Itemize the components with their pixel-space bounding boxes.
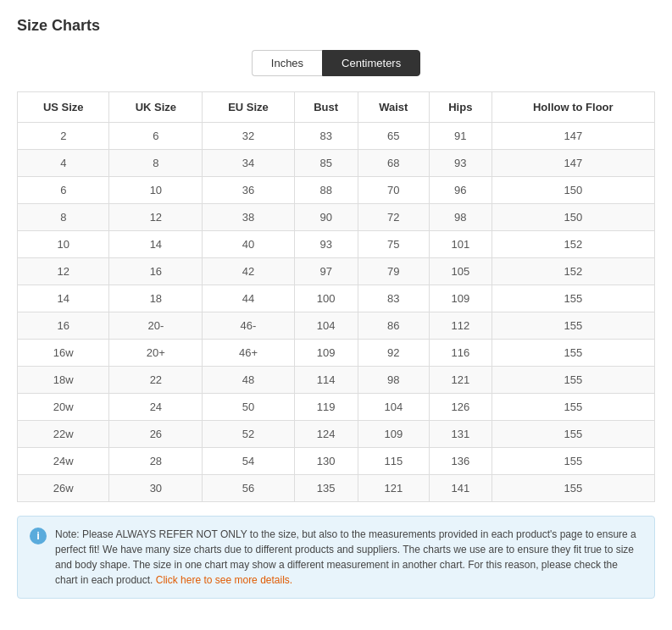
table-cell: 86 (358, 312, 429, 340)
table-cell: 48 (203, 367, 294, 394)
inches-toggle[interactable]: Inches (252, 50, 322, 76)
table-cell: 46- (203, 312, 294, 340)
column-header: Waist (358, 92, 429, 123)
column-header: US Size (18, 92, 109, 123)
table-cell: 85 (294, 150, 358, 177)
table-row: 1620-46-10486112155 (18, 312, 655, 340)
table-cell: 10 (109, 177, 203, 204)
table-cell: 155 (492, 285, 654, 312)
table-cell: 72 (358, 204, 429, 231)
table-row: 18w224811498121155 (18, 367, 655, 394)
table-cell: 147 (492, 150, 654, 177)
table-row: 26w3056135121141155 (18, 475, 655, 502)
table-row: 4834856893147 (18, 150, 655, 177)
table-cell: 8 (109, 150, 203, 177)
table-cell: 24w (18, 448, 109, 475)
table-cell: 119 (294, 394, 358, 421)
table-cell: 155 (492, 340, 654, 367)
table-row: 2632836591147 (18, 123, 655, 150)
table-cell: 96 (429, 177, 492, 204)
table-row: 20w2450119104126155 (18, 394, 655, 421)
table-cell: 155 (492, 421, 654, 448)
table-cell: 70 (358, 177, 429, 204)
table-cell: 147 (492, 123, 654, 150)
table-cell: 152 (492, 258, 654, 285)
column-header: EU Size (203, 92, 294, 123)
table-cell: 30 (109, 475, 203, 502)
table-cell: 112 (429, 312, 492, 340)
table-cell: 20+ (109, 340, 203, 367)
table-cell: 101 (429, 231, 492, 258)
table-cell: 130 (294, 448, 358, 475)
table-cell: 4 (18, 150, 109, 177)
table-cell: 150 (492, 204, 654, 231)
table-cell: 2 (18, 123, 109, 150)
table-cell: 152 (492, 231, 654, 258)
table-cell: 40 (203, 231, 294, 258)
table-cell: 22 (109, 367, 203, 394)
table-cell: 34 (203, 150, 294, 177)
table-cell: 121 (358, 475, 429, 502)
table-cell: 109 (294, 340, 358, 367)
table-cell: 141 (429, 475, 492, 502)
note-box: i Note: Please ALWAYS REFER NOT ONLY to … (17, 516, 655, 599)
table-cell: 135 (294, 475, 358, 502)
table-cell: 131 (429, 421, 492, 448)
table-cell: 92 (358, 340, 429, 367)
table-cell: 104 (294, 312, 358, 340)
table-cell: 14 (109, 231, 203, 258)
centimeters-toggle[interactable]: Centimeters (322, 50, 420, 76)
table-cell: 28 (109, 448, 203, 475)
table-cell: 91 (429, 123, 492, 150)
table-cell: 52 (203, 421, 294, 448)
table-cell: 83 (294, 123, 358, 150)
table-cell: 14 (18, 285, 109, 312)
table-cell: 121 (429, 367, 492, 394)
info-icon: i (30, 528, 47, 544)
table-cell: 54 (203, 448, 294, 475)
table-row: 16w20+46+10992116155 (18, 340, 655, 367)
table-cell: 16w (18, 340, 109, 367)
column-header: Bust (294, 92, 358, 123)
table-cell: 44 (203, 285, 294, 312)
table-cell: 38 (203, 204, 294, 231)
table-cell: 126 (429, 394, 492, 421)
table-row: 1216429779105152 (18, 258, 655, 285)
table-cell: 32 (203, 123, 294, 150)
note-link[interactable]: Click here to see more details. (156, 574, 292, 586)
table-cell: 20w (18, 394, 109, 421)
table-cell: 75 (358, 231, 429, 258)
table-cell: 16 (109, 258, 203, 285)
table-cell: 18w (18, 367, 109, 394)
table-cell: 100 (294, 285, 358, 312)
table-cell: 16 (18, 312, 109, 340)
table-cell: 124 (294, 421, 358, 448)
table-row: 24w2854130115136155 (18, 448, 655, 475)
table-cell: 98 (358, 367, 429, 394)
table-cell: 36 (203, 177, 294, 204)
table-cell: 88 (294, 177, 358, 204)
table-row: 1014409375101152 (18, 231, 655, 258)
table-cell: 155 (492, 448, 654, 475)
column-header: UK Size (109, 92, 203, 123)
table-cell: 115 (358, 448, 429, 475)
table-cell: 8 (18, 204, 109, 231)
table-cell: 26w (18, 475, 109, 502)
table-cell: 155 (492, 312, 654, 340)
table-cell: 6 (109, 123, 203, 150)
table-cell: 109 (358, 421, 429, 448)
table-cell: 26 (109, 421, 203, 448)
table-cell: 150 (492, 177, 654, 204)
unit-toggle-group: Inches Centimeters (17, 50, 655, 76)
table-header-row: US SizeUK SizeEU SizeBustWaistHipsHollow… (18, 92, 655, 123)
table-cell: 6 (18, 177, 109, 204)
table-cell: 136 (429, 448, 492, 475)
table-row: 81238907298150 (18, 204, 655, 231)
table-cell: 155 (492, 367, 654, 394)
table-row: 22w2652124109131155 (18, 421, 655, 448)
table-cell: 46+ (203, 340, 294, 367)
table-cell: 93 (429, 150, 492, 177)
table-cell: 155 (492, 475, 654, 502)
table-row: 14184410083109155 (18, 285, 655, 312)
table-cell: 42 (203, 258, 294, 285)
